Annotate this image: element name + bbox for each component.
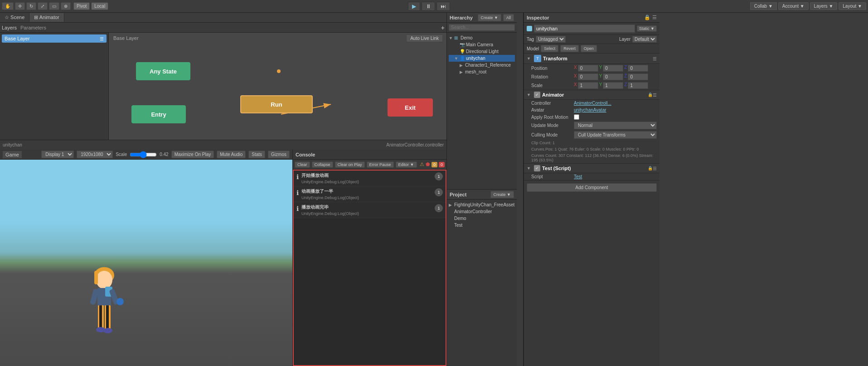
layers-list: Base Layer ☰ [0,33,108,140]
warn-count: 0 [432,162,437,167]
hierarchy-create-btn[interactable]: Create ▼ [478,14,501,21]
entry-node[interactable]: Entry [131,105,186,123]
game-tab[interactable]: Game [3,151,22,158]
tag-select[interactable]: Untagged [536,36,566,43]
params-tab-btn[interactable]: Parameters [20,25,46,30]
auto-live-link: Auto Live Link [406,34,443,42]
update-mode-select[interactable]: Normal [574,122,657,129]
hierarchy-all-btn[interactable]: All [503,14,514,21]
layer-select[interactable]: Default [632,36,657,43]
animator-tab[interactable]: ⊞ Animator [29,13,64,22]
rot-y-input[interactable] [603,73,623,80]
resolution-select[interactable]: 1920x1080 [77,151,113,158]
inspector-lock[interactable]: 🔒 [644,15,650,20]
layers-tab-btn[interactable]: Layers [2,25,17,30]
tree-item-mesh-root[interactable]: ▶ mesh_root [449,68,515,75]
run-label: Run [271,101,282,108]
pivot-btn[interactable]: Pivot [73,2,90,10]
pos-z-input[interactable] [628,65,648,72]
layers-dropdown[interactable]: Layers ▼ [810,2,838,10]
transform-header[interactable]: ▼ T Transform ☰ [524,54,659,64]
rotate-tool-btn[interactable]: ↻ [26,2,36,10]
hierarchy-search[interactable] [449,24,515,31]
script-value[interactable]: Test [574,174,582,179]
animator-graph[interactable]: Base Layer Auto Live Link [109,33,446,140]
add-component-btn[interactable]: Add Component [527,183,657,192]
object-active-checkbox[interactable] [527,26,532,31]
console-msg-0[interactable]: ℹ 开始播放动画 UnityEngine.Debug:Log(Object) 1 [294,171,446,186]
avatar-value[interactable]: unitychanAvatar [574,107,606,112]
pos-y-input[interactable] [603,65,623,72]
scale-slider[interactable] [130,151,157,158]
stats-btn[interactable]: Stats [248,151,265,158]
object-name-input[interactable] [534,24,635,33]
revert-btn[interactable]: Revert [560,45,579,52]
editor-btn[interactable]: Editor ▼ [396,161,417,168]
rot-z-input[interactable] [628,73,648,80]
collab-btn[interactable]: Collab ▼ [750,2,777,10]
transform-menu[interactable]: ☰ [653,56,657,61]
rot-x-input[interactable] [578,73,598,80]
pause-btn[interactable]: ⏸ [422,2,435,11]
auto-live-btn[interactable]: Auto Live Link [406,34,443,42]
tree-item-character-ref[interactable]: ▶ Character1_Reference [449,62,515,68]
scene-tab[interactable]: ☆ Scene [0,13,29,22]
transform-tool-btn[interactable]: ⊕ [61,2,71,10]
clear-on-play-btn[interactable]: Clear on Play [335,161,365,168]
transform-title: Transform [543,56,653,61]
scale-label: Scale [116,152,127,157]
step-btn[interactable]: ⏭ [436,2,450,11]
scale-tool-btn[interactable]: ⤢ [38,2,48,10]
exit-node[interactable]: Exit [388,98,433,117]
tree-item-light[interactable]: 💡 Directional Light [449,48,515,55]
project-asset-1[interactable]: AnimatorController [449,208,515,215]
console-msg-1[interactable]: ℹ 动画播放了一半 UnityEngine.Debug:Log(Object) … [294,186,446,202]
layout-dropdown[interactable]: Layout ▼ [839,2,866,10]
scale-z-input[interactable] [628,82,648,89]
scale-y-input[interactable] [603,82,623,89]
layer-settings-icon[interactable]: ☰ [100,36,104,41]
controller-value[interactable]: AnimatorControll... [574,101,611,106]
project-create-btn[interactable]: Create ▼ [490,191,514,198]
scale-x-input[interactable] [578,82,598,89]
avatar-label: Avatar [531,107,572,112]
console-messages[interactable]: ℹ 开始播放动画 UnityEngine.Debug:Log(Object) 1… [293,170,446,366]
project-asset-0[interactable]: ▶ FightingUnityChan_FreeAsset [449,201,515,208]
gizmos-btn[interactable]: Gizmos [268,151,290,158]
project-asset-2[interactable]: Demo [449,215,515,222]
account-label: Account ▼ [782,4,805,9]
tree-item-camera[interactable]: 📷 Main Camera [449,41,515,48]
tree-item-demo[interactable]: ▼ ⊞ Demo [449,34,515,41]
clear-btn[interactable]: Clear [295,161,310,168]
scale-y-label: Y [599,82,602,89]
pos-x-input[interactable] [578,65,598,72]
open-btn[interactable]: Open [581,45,597,52]
display-select[interactable]: Display 1 [41,151,74,158]
add-layer-btn[interactable]: + [441,24,445,31]
account-dropdown[interactable]: Account ▼ [778,2,809,10]
animator-component-menu[interactable]: ☰ [653,93,657,98]
project-asset-3[interactable]: Test [449,222,515,229]
inspector-menu[interactable]: ☰ [652,15,657,20]
test-script-header[interactable]: ▼ ✔ Test (Script) 🔒 ☰ [524,164,659,173]
local-btn[interactable]: Local [91,2,108,10]
animator-component-header[interactable]: ▼ ✔ Animator 🔒 ☰ [524,90,659,100]
tree-item-unitychan[interactable]: ▼ 👤 unitychan [449,55,515,62]
select-btn[interactable]: Select [541,45,558,52]
hand-tool-btn[interactable]: ✋ [2,2,14,10]
mute-btn[interactable]: Mute Audio [217,151,246,158]
any-state-node[interactable]: Any State [136,62,190,80]
move-tool-btn[interactable]: ✛ [15,2,25,10]
base-layer-item[interactable]: Base Layer ☰ [2,34,107,43]
maximize-btn[interactable]: Maximize On Play [171,151,214,158]
console-msg-2[interactable]: ℹ 播放动画完毕 UnityEngine.Debug:Log(Object) 1 [294,202,446,218]
culling-mode-select[interactable]: Cull Update Transforms [574,131,657,139]
test-script-menu[interactable]: ☰ [653,166,657,171]
apply-root-motion-checkbox[interactable] [574,114,579,120]
collapse-btn[interactable]: Collapse [312,161,333,168]
play-btn[interactable]: ▶ [408,2,420,11]
error-pause-btn[interactable]: Error Pause [367,161,394,168]
rect-tool-btn[interactable]: ▭ [49,2,59,10]
run-node[interactable]: Run [240,95,313,113]
static-btn[interactable]: Static ▼ [637,25,657,32]
